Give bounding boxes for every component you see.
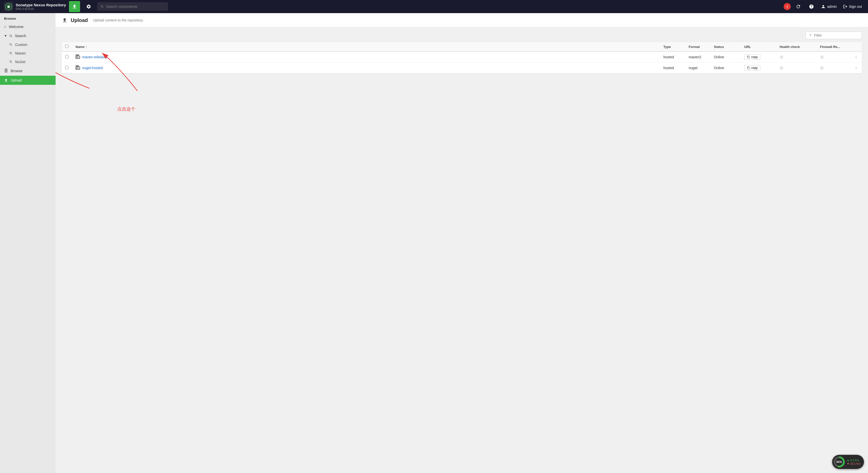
chevron-down-icon: ▼ [4,34,7,38]
row2-name-cell: nuget-hosted [72,63,660,73]
sidebar-item-nuget[interactable]: NuGet [0,58,56,66]
sidebar-nuget-label: NuGet [15,60,25,64]
row1-type: hosted [660,52,685,63]
upload-nav-icon[interactable] [69,1,80,12]
row2-url: copy [741,63,776,73]
row2-type: hosted [660,63,685,73]
sidebar-item-maven[interactable]: Maven [0,49,56,58]
annotation-text: 点击这个 [117,106,135,112]
sidebar-upload-label: Upload [10,78,22,82]
main-layout: Browse ○ Welcome ▼ Search Custom Maven N… [0,13,868,473]
nuget-search-icon [9,60,12,64]
row1-health-icon: ⊘ [780,55,783,60]
filter-input-box[interactable] [806,32,862,39]
col-checkbox [62,42,72,52]
sidebar-custom-label: Custom [15,43,27,47]
table-row: nuget-hosted hosted nuget Online copy [62,63,862,73]
brand: Sonatype Nexus Repository OSS 3.62.0-01 [4,2,66,11]
row1-expand: › [852,52,862,63]
page-title: Upload [71,18,88,23]
upload-sidebar-icon [4,78,8,82]
col-firewall-header[interactable]: Firewall Re... [816,42,852,52]
row2-expand: › [852,63,862,73]
sidebar-item-upload[interactable]: Upload [0,76,56,85]
repositories-table: Name ↑ Type Format Status URL [62,42,862,73]
table-body: maven-releases hosted maven2 Online copy [62,52,862,73]
sidebar-maven-label: Maven [15,51,26,55]
row2-firewall: ⊘ [816,63,852,73]
row1-checkbox-cell [62,52,72,63]
settings-nav-icon[interactable] [83,1,94,12]
row2-health-icon: ⊘ [780,65,783,70]
row2-checkbox-cell [62,63,72,73]
speed-percent: 55% [836,461,842,464]
speed-widget: 55% ▲ 8.3 K/s ▼ 10.1 K/s [832,455,864,469]
row1-checkbox[interactable] [65,55,68,58]
row1-health: ⊘ [776,52,816,63]
speed-download: ▼ 10.1 K/s [847,462,861,465]
search-input[interactable] [106,4,165,8]
filter-icon [809,34,812,37]
sidebar-search-label: Search [15,34,26,38]
row1-firewall: ⊘ [816,52,852,63]
row2-status: Online [710,63,741,73]
alert-icon[interactable]: ! [784,3,791,10]
row1-name[interactable]: maven-releases [82,55,107,59]
admin-label: admin [827,4,837,8]
col-status-header[interactable]: Status [710,42,741,52]
brand-version: OSS 3.62.0-01 [16,7,66,10]
top-navigation: Sonatype Nexus Repository OSS 3.62.0-01 … [0,0,868,13]
sidebar-browse-label: Browse [0,13,56,22]
search-icon [100,4,104,8]
table-area: Name ↑ Type Format Status URL [56,28,868,473]
main-content: Upload Upload content to the repository [56,13,868,473]
brand-name: Sonatype Nexus Repository [16,3,66,7]
sidebar-item-search-toggle[interactable]: ▼ Search [0,31,56,40]
sidebar-item-browse[interactable]: 🗄 Browse [0,66,56,76]
row1-repo-icon [75,54,80,60]
row2-format: nuget [685,63,710,73]
col-health-header[interactable]: Health check [776,42,816,52]
speed-values: ▲ 8.3 K/s ▼ 10.1 K/s [847,459,861,465]
row2-checkbox[interactable] [65,66,68,69]
row1-url: copy [741,52,776,63]
row1-firewall-icon: ⊘ [820,55,824,60]
filter-input[interactable] [814,33,859,37]
row1-copy-button[interactable]: copy [744,54,761,60]
welcome-icon: ○ [4,25,6,29]
nav-right: ! admin Sign out [784,1,864,12]
help-icon[interactable] [806,1,817,12]
speed-gauge: 55% [834,457,845,468]
row2-repo-icon [75,65,80,71]
row2-expand-icon[interactable]: › [856,66,857,70]
select-all-checkbox[interactable] [65,45,68,48]
col-format-header[interactable]: Format [685,42,710,52]
sidebar-browse-nav-label: Browse [10,69,23,73]
filter-bar [62,32,862,39]
page-subtitle: Upload content to the repository [93,18,143,22]
col-name-header[interactable]: Name ↑ [72,42,660,52]
brand-logo [4,2,13,11]
col-expand-header [852,42,862,52]
table-header: Name ↑ Type Format Status URL [62,42,862,52]
table-row: maven-releases hosted maven2 Online copy [62,52,862,63]
sidebar-item-custom[interactable]: Custom [0,40,56,49]
row1-expand-icon[interactable]: › [856,55,857,59]
browse-icon: 🗄 [4,69,8,73]
admin-user-button[interactable]: admin [819,3,839,10]
col-type-header[interactable]: Type [660,42,685,52]
custom-search-icon [9,43,12,46]
sign-out-label: Sign out [849,4,862,8]
page-header-icon [62,17,68,23]
sign-out-button[interactable]: Sign out [841,3,864,10]
sidebar-item-welcome[interactable]: ○ Welcome [0,22,56,31]
row2-name[interactable]: nuget-hosted [82,66,103,70]
row1-status: Online [710,52,741,63]
row2-health: ⊘ [776,63,816,73]
row1-name-cell: maven-releases [72,52,660,63]
row2-firewall-icon: ⊘ [820,65,824,70]
col-url-header[interactable]: URL [741,42,776,52]
search-box[interactable] [97,2,168,11]
refresh-icon[interactable] [793,1,804,12]
row2-copy-button[interactable]: copy [744,65,761,71]
